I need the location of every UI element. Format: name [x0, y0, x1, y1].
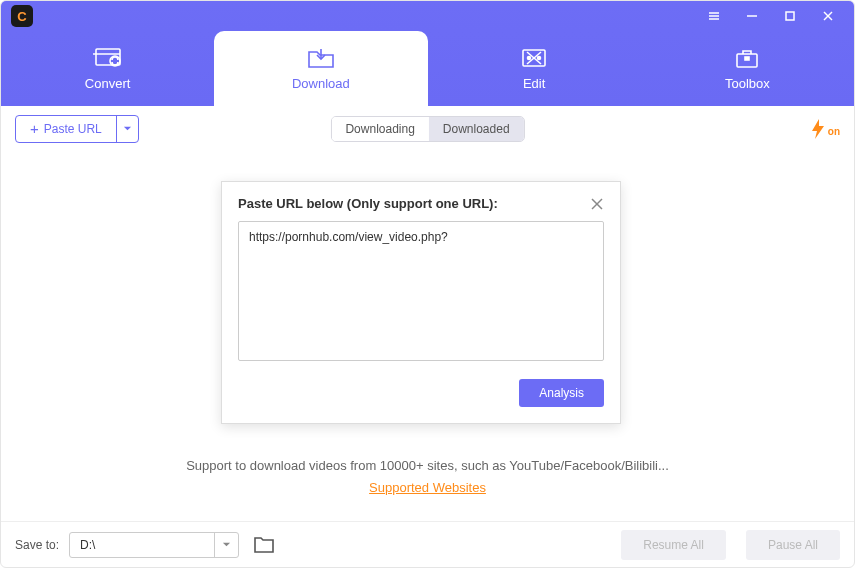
modal-close-button[interactable] [590, 197, 604, 211]
svg-point-13 [538, 57, 541, 60]
svg-point-12 [528, 57, 531, 60]
download-status-segment: Downloading Downloaded [330, 116, 524, 142]
tab-convert[interactable]: Convert [1, 31, 214, 106]
save-to-label: Save to: [15, 538, 59, 552]
convert-icon [93, 46, 123, 70]
tab-label: Edit [523, 76, 545, 91]
brand-badge: on [809, 118, 840, 140]
segment-downloading[interactable]: Downloading [331, 117, 428, 141]
save-path-dropdown[interactable] [214, 533, 238, 557]
tab-toolbox[interactable]: Toolbox [641, 31, 854, 106]
paste-url-button[interactable]: + Paste URL [15, 115, 139, 143]
analysis-button[interactable]: Analysis [519, 379, 604, 407]
svg-rect-17 [745, 57, 749, 60]
modal-header: Paste URL below (Only support one URL): [238, 196, 604, 211]
svg-rect-4 [786, 12, 794, 20]
tab-label: Convert [85, 76, 131, 91]
close-button[interactable] [820, 8, 836, 24]
segment-downloaded[interactable]: Downloaded [429, 117, 524, 141]
bolt-icon [809, 118, 827, 140]
maximize-button[interactable] [782, 8, 798, 24]
download-icon [306, 46, 336, 70]
title-bar: C [1, 1, 854, 31]
menu-icon[interactable] [706, 8, 722, 24]
modal-footer: Analysis [238, 379, 604, 407]
brand-on-text: on [828, 126, 840, 137]
toolbox-icon [732, 46, 762, 70]
paste-url-modal: Paste URL below (Only support one URL): … [221, 181, 621, 424]
tab-label: Toolbox [725, 76, 770, 91]
main-tabs: Convert Download Edit Toolbox [1, 31, 854, 106]
pause-all-button[interactable]: Pause All [746, 530, 840, 560]
modal-title: Paste URL below (Only support one URL): [238, 196, 498, 211]
edit-icon [519, 46, 549, 70]
tab-edit[interactable]: Edit [428, 31, 641, 106]
paste-url-label: Paste URL [44, 122, 102, 136]
save-path-value: D:\ [70, 538, 214, 552]
window-controls [706, 8, 844, 24]
plus-icon: + [30, 120, 39, 137]
paste-url-dropdown[interactable] [116, 116, 138, 142]
paste-url-main[interactable]: + Paste URL [16, 116, 116, 142]
supported-websites-link[interactable]: Supported Websites [1, 480, 854, 495]
bottom-bar: Save to: D:\ Resume All Pause All [1, 521, 854, 567]
support-text: Support to download videos from 10000+ s… [1, 458, 854, 473]
save-path-selector[interactable]: D:\ [69, 532, 239, 558]
app-logo: C [11, 5, 33, 27]
minimize-button[interactable] [744, 8, 760, 24]
open-folder-button[interactable] [253, 536, 275, 554]
tab-download[interactable]: Download [214, 31, 427, 106]
toolbar: + Paste URL Downloading Downloaded on [1, 106, 854, 151]
resume-all-button[interactable]: Resume All [621, 530, 726, 560]
url-input[interactable] [238, 221, 604, 361]
tab-label: Download [292, 76, 350, 91]
